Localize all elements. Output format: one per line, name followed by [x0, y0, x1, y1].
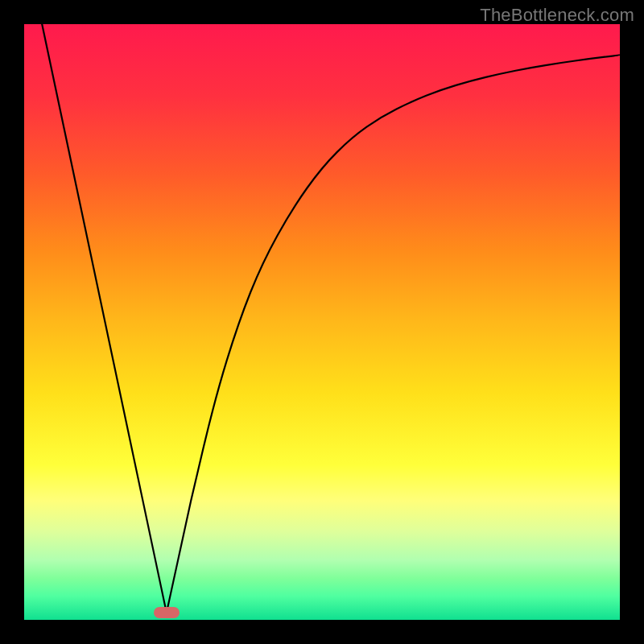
- watermark-label: TheBottleneck.com: [480, 5, 634, 26]
- optimal-point-marker: [154, 607, 180, 618]
- bottleneck-curve: [24, 24, 620, 620]
- chart-container: TheBottleneck.com: [0, 0, 644, 644]
- plot-area: [24, 24, 620, 620]
